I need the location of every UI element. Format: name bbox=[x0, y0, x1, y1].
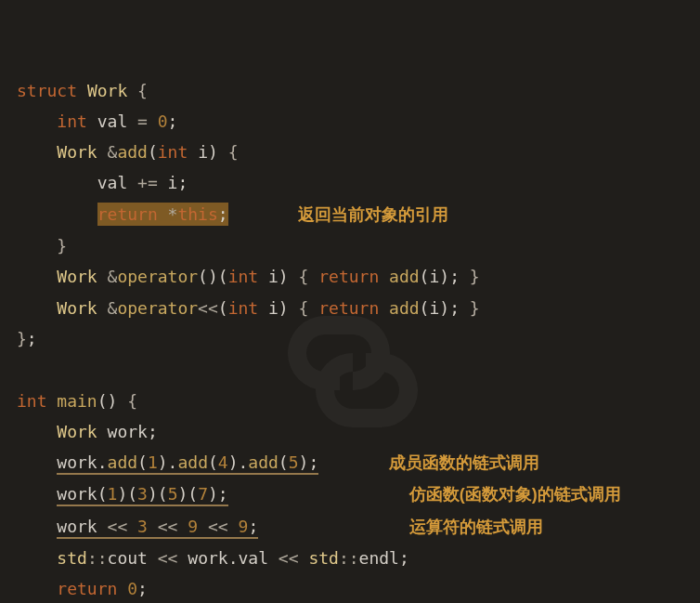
brace-close: } bbox=[57, 236, 67, 256]
id-work: work bbox=[57, 484, 97, 504]
dot: . bbox=[228, 548, 239, 568]
id-val: val bbox=[97, 111, 128, 131]
rparen: ) bbox=[117, 484, 127, 504]
line-1: struct Work { bbox=[17, 81, 148, 100]
id-i: i bbox=[429, 267, 439, 286]
lparen: ( bbox=[420, 267, 430, 286]
line-3: Work &add(int i) { bbox=[17, 142, 239, 162]
semi: ; bbox=[449, 267, 460, 286]
op-shl: << bbox=[108, 517, 128, 536]
lparen: ( bbox=[97, 484, 108, 504]
semi: ; bbox=[27, 329, 37, 348]
id-val: val bbox=[239, 548, 269, 568]
line-12: Work work; bbox=[17, 422, 158, 441]
lparen: ( bbox=[188, 484, 198, 504]
line-7: Work &operator()(int i) { return add(i);… bbox=[17, 267, 480, 286]
line-17: return 0; bbox=[17, 579, 148, 598]
rparen: ) bbox=[299, 452, 309, 472]
type-work: Work bbox=[87, 81, 127, 100]
brace-open: { bbox=[299, 298, 309, 318]
lparen: ( bbox=[420, 298, 430, 318]
note-chain-member: 成员函数的链式调用 bbox=[389, 453, 539, 472]
num-0: 0 bbox=[158, 111, 168, 131]
lparen: ( bbox=[279, 452, 289, 472]
type-work: Work bbox=[57, 142, 97, 162]
num-1: 1 bbox=[148, 452, 158, 472]
num-1: 1 bbox=[108, 484, 118, 504]
op-amp: & bbox=[108, 298, 118, 318]
fn-add: add bbox=[117, 142, 148, 162]
line-9: }; bbox=[17, 329, 37, 348]
op-shl: << bbox=[198, 298, 218, 318]
semi: ; bbox=[308, 452, 318, 472]
brace-close: } bbox=[470, 267, 480, 286]
line-11: int main() { bbox=[17, 391, 137, 411]
semi: ; bbox=[218, 484, 228, 504]
num-9: 9 bbox=[239, 517, 249, 536]
id-i: i bbox=[268, 267, 279, 286]
op-scope: :: bbox=[339, 548, 359, 568]
underline-chain-op: work << 3 << 9 << 9; bbox=[57, 517, 258, 539]
ns-std: std bbox=[308, 548, 339, 568]
kw-int: int bbox=[228, 298, 259, 318]
fn-add: add bbox=[389, 298, 420, 318]
semi: ; bbox=[137, 579, 148, 598]
id-val: val bbox=[97, 173, 128, 192]
kw-return: return bbox=[97, 204, 158, 224]
id-work: work bbox=[108, 422, 148, 441]
op-scope: :: bbox=[87, 548, 108, 568]
line-16: std::cout << work.val << std::endl; bbox=[17, 548, 409, 568]
lparen: ( bbox=[158, 484, 168, 504]
underline-chain-functor: work(1)(3)(5)(7); bbox=[57, 484, 227, 506]
op-shl: << bbox=[158, 517, 178, 536]
lparen: ( bbox=[148, 142, 158, 162]
lparen: ( bbox=[97, 391, 108, 411]
type-work: Work bbox=[57, 298, 97, 318]
semi: ; bbox=[218, 204, 228, 224]
id-i: i bbox=[168, 173, 178, 192]
op-shl: << bbox=[158, 548, 178, 568]
dot: . bbox=[239, 452, 249, 472]
type-work: Work bbox=[57, 267, 97, 286]
kw-this: this bbox=[177, 204, 217, 224]
dot: . bbox=[168, 452, 178, 472]
rparen: ) bbox=[279, 267, 289, 286]
brace-open: { bbox=[127, 391, 137, 411]
kw-int: int bbox=[57, 111, 87, 131]
line-2: int val = 0; bbox=[17, 111, 177, 131]
kw-operator: operator bbox=[117, 298, 198, 318]
line-4: val += i; bbox=[17, 173, 188, 192]
rparen: ) bbox=[208, 142, 218, 162]
brace-close: } bbox=[470, 298, 480, 318]
id-work: work bbox=[57, 452, 97, 472]
rparen: ) bbox=[279, 298, 289, 318]
id-work: work bbox=[57, 517, 97, 536]
rparen: ) bbox=[439, 298, 449, 318]
line-14: work(1)(3)(5)(7); 仿函数(函数对象)的链式调用 bbox=[17, 484, 621, 504]
fn-add: add bbox=[108, 452, 138, 472]
num-3: 3 bbox=[137, 517, 148, 536]
op-shl: << bbox=[208, 517, 228, 536]
semi: ; bbox=[177, 173, 188, 192]
lparen: ( bbox=[208, 452, 218, 472]
brace-open: { bbox=[228, 142, 239, 162]
lparen: ( bbox=[198, 267, 208, 286]
kw-return: return bbox=[318, 298, 379, 318]
ns-std: std bbox=[57, 548, 87, 568]
rparen: ) bbox=[148, 484, 158, 504]
rparen: ) bbox=[177, 484, 188, 504]
num-7: 7 bbox=[198, 484, 208, 504]
id-i: i bbox=[198, 142, 208, 162]
kw-return: return bbox=[57, 579, 117, 598]
id-i: i bbox=[268, 298, 279, 318]
dot: . bbox=[97, 452, 108, 472]
num-9: 9 bbox=[188, 517, 198, 536]
note-chain-functor: 仿函数(函数对象)的链式调用 bbox=[409, 485, 621, 504]
note-return-ref: 返回当前对象的引用 bbox=[298, 205, 448, 224]
type-work: Work bbox=[57, 422, 97, 441]
highlight-return-this: return *this; bbox=[97, 203, 228, 226]
id-i: i bbox=[429, 298, 439, 318]
num-5: 5 bbox=[168, 484, 178, 504]
lparen: ( bbox=[127, 484, 137, 504]
rparen: ) bbox=[158, 452, 168, 472]
